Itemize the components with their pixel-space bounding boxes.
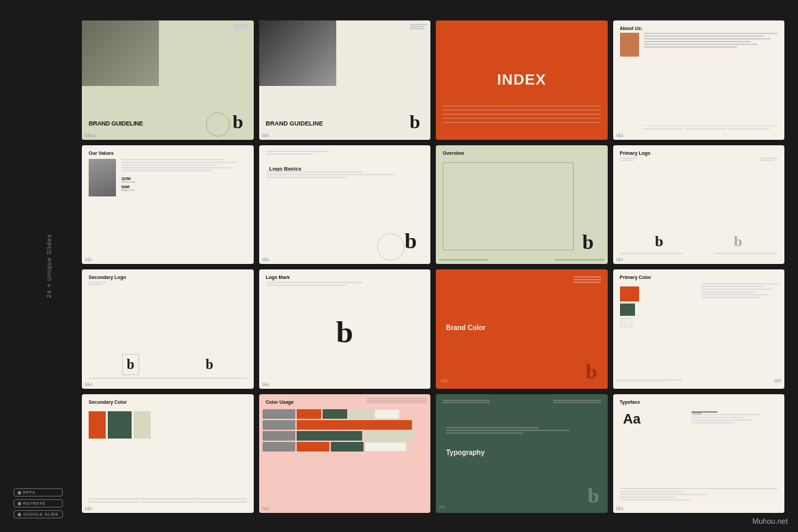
corner-info-2 — [410, 24, 427, 30]
badge-googleslide: GOOGLE SLIDE — [14, 510, 63, 518]
brand-color-lines — [574, 276, 601, 284]
swatch-cream — [620, 318, 632, 327]
typeface-text-lines: Primary — [692, 411, 778, 425]
about-photo — [620, 33, 639, 57]
primary-color-swatches — [620, 286, 639, 327]
index-title: INDEX — [497, 71, 546, 89]
slide-secondary-logo[interactable]: Secondary Logo b b — [82, 269, 254, 389]
slide-overview[interactable]: Overview b — [436, 145, 608, 265]
corner-info — [233, 24, 250, 30]
brand-b-logo: b — [233, 111, 243, 133]
secondary-logo-title: Secondary Logo — [89, 275, 126, 280]
sl-logo-plain: b — [206, 357, 213, 372]
badge-dot — [18, 502, 21, 505]
secondary-color-swatches — [89, 411, 151, 439]
barcode-about — [617, 133, 623, 137]
format-badges: PPTX KEYNOTE GOOGLE SLIDE — [14, 488, 63, 518]
brand-color-title: Brand Color — [446, 324, 486, 332]
about-us-title: About Us: — [620, 26, 642, 31]
logo-b: b — [404, 228, 417, 254]
barcode-decoration-2 — [263, 133, 269, 137]
index-lines — [443, 106, 601, 126]
brand-image-1 — [82, 20, 159, 86]
brand-title-2: BRAND GUIDELINE — [266, 121, 323, 128]
sc-swatch-orange — [89, 411, 106, 439]
badge-dot — [18, 491, 21, 494]
primary-logo-items: b b — [620, 233, 778, 250]
logo-circle — [377, 233, 404, 261]
sc-swatch-sage — [134, 411, 151, 439]
logo-mark-title: Logo Mark — [266, 275, 290, 280]
slide-brand-cover-2[interactable]: BRAND GUIDELINE b — [259, 20, 431, 140]
color-usage-table — [263, 409, 428, 503]
primary-color-title: Primary Color — [620, 275, 651, 280]
overview-b: b — [582, 231, 594, 254]
side-label: 24 + Unique Slides — [46, 234, 53, 298]
slides-grid: BRAND GUIDELINE b — [82, 20, 784, 518]
brand-color-b: b — [586, 360, 597, 383]
slide-primary-logo[interactable]: Primary Logo b b — [613, 145, 785, 265]
slide-secondary-color[interactable]: Secondary Color — [82, 394, 254, 514]
slide-color-usage[interactable]: Color Usage — [259, 394, 431, 514]
logo-mark-b: b — [336, 314, 353, 350]
our-values-photo — [89, 159, 116, 196]
secondary-color-title: Secondary Color — [89, 400, 127, 404]
slide-index[interactable]: INDEX — [436, 20, 608, 140]
typeface-title: Typeface — [620, 400, 640, 404]
slide-typeface[interactable]: Typeface Aa Primary — [613, 394, 785, 514]
badge-pptx: PPTX — [14, 488, 63, 497]
sc-swatch-green — [108, 411, 132, 439]
typeface-aa: Aa — [623, 411, 641, 427]
badge-dot — [18, 513, 21, 516]
slide-brand-color[interactable]: Brand Color b — [436, 269, 608, 389]
brand-b-logo-2: b — [409, 111, 420, 133]
sl-logo-boxed: b — [122, 354, 139, 375]
barcode-sc — [85, 506, 91, 510]
typography-b: b — [588, 484, 600, 507]
pl-logo-light: b — [734, 233, 742, 250]
slide-logo-basics[interactable]: Logo Basics b — [259, 145, 431, 265]
slide-primary-color[interactable]: Primary Color — [613, 269, 785, 389]
barcode-decoration — [85, 133, 95, 137]
brand-title-1: BRAND GUIDELINE — [89, 121, 143, 128]
slide-logo-mark[interactable]: Logo Mark b — [259, 269, 431, 389]
overview-box — [443, 162, 574, 251]
swatch-orange — [620, 286, 639, 301]
overview-title: Overview — [443, 151, 464, 156]
slide-about-us[interactable]: About Us: — [613, 20, 785, 140]
pl-logo-dark: b — [655, 233, 663, 250]
circle-decoration — [206, 113, 230, 136]
swatch-green — [620, 304, 635, 316]
barcode-values — [85, 257, 91, 261]
barcode-tf — [617, 506, 623, 510]
our-values-title: Our Values — [89, 151, 114, 156]
barcode-cu — [263, 506, 269, 510]
slide-brand-cover-1[interactable]: BRAND GUIDELINE b — [82, 20, 254, 140]
secondary-logo-items: b b — [89, 354, 247, 375]
color-usage-title: Color Usage — [266, 400, 294, 404]
typography-title: Typography — [446, 449, 484, 457]
primary-logo-title: Primary Logo — [620, 151, 651, 156]
brand-image-2 — [259, 20, 336, 86]
about-text-block — [644, 33, 778, 49]
barcode-lm — [263, 382, 269, 386]
barcode-pl — [617, 257, 623, 261]
slide-our-values[interactable]: Our Values 325K Followers Time 50M Analy… — [82, 145, 254, 265]
slide-typography[interactable]: Typography b — [436, 394, 608, 514]
barcode-sl — [85, 382, 91, 386]
badge-keynote: KEYNOTE — [14, 499, 63, 507]
barcode-lb — [263, 257, 269, 261]
